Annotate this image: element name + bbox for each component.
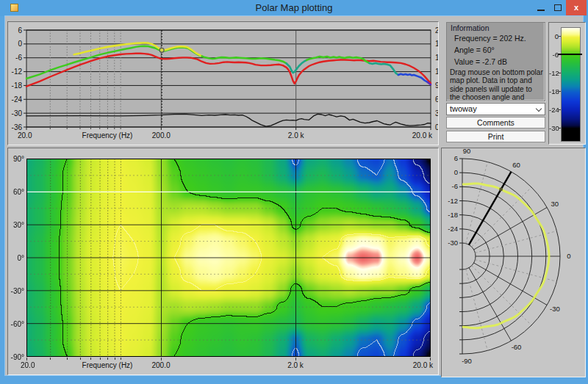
axis-tick xyxy=(559,36,561,37)
svg-text:-60: -60 xyxy=(512,343,522,351)
map-angle-tick-label: 0° xyxy=(8,254,24,262)
svg-text:90: 90 xyxy=(463,148,471,155)
frequency-response-chart: 60-6-12-18-24-30-3621181512963020.0200.0… xyxy=(8,22,438,145)
axis-tick xyxy=(430,358,431,361)
colorbar-tick-label: -24 xyxy=(549,106,559,114)
svg-text:0: 0 xyxy=(454,168,458,176)
axis-tick xyxy=(90,358,91,360)
svg-text:12: 12 xyxy=(435,68,438,76)
axis-tick xyxy=(100,358,101,360)
minimize-button[interactable] xyxy=(534,0,549,15)
colorbar-tick-label: 0 xyxy=(549,32,559,40)
svg-text:6: 6 xyxy=(18,26,22,35)
axis-tick xyxy=(559,73,561,73)
map-freq-tick-label: 2.0 k xyxy=(281,361,310,369)
polar-plot-chart: 60-6-12-18-24-309060300-30-60-90 xyxy=(442,148,585,377)
svg-text:-36: -36 xyxy=(12,123,23,131)
svg-text:15: 15 xyxy=(435,54,438,62)
svg-text:21: 21 xyxy=(435,26,438,35)
svg-text:-6: -6 xyxy=(15,54,22,62)
axis-tick xyxy=(115,358,115,360)
window-title: Polar Map plotting xyxy=(0,2,588,13)
svg-text:20.0: 20.0 xyxy=(18,131,32,140)
info-angle-readout: Angle = 60° xyxy=(454,46,495,54)
svg-text:3: 3 xyxy=(435,109,438,117)
polar-plot-panel: 60-6-12-18-24-309060300-30-60-90 xyxy=(441,148,586,377)
map-freq-tick-label: 20.0 k xyxy=(404,361,433,369)
axis-tick xyxy=(80,358,81,360)
axis-tick xyxy=(26,358,27,361)
svg-text:-18: -18 xyxy=(12,81,23,90)
svg-text:6: 6 xyxy=(435,95,438,104)
svg-text:18: 18 xyxy=(435,40,438,48)
colorbar-tick-label: -12 xyxy=(549,69,559,77)
info-value-readout: Value = -2.7 dB xyxy=(454,57,507,66)
minimize-icon xyxy=(537,10,545,11)
comments-button[interactable]: Comments xyxy=(446,117,545,128)
information-groupbox: Information Frequency = 202 Hz. Angle = … xyxy=(446,22,545,101)
info-frequency-readout: Frequency = 202 Hz. xyxy=(454,34,526,43)
map-angle-tick-label: -90° xyxy=(8,353,24,361)
svg-text:2.0 k: 2.0 k xyxy=(288,131,305,140)
color-scale-bar xyxy=(561,27,581,142)
svg-text:30: 30 xyxy=(551,200,559,208)
maximize-icon xyxy=(554,4,562,11)
axis-tick xyxy=(295,358,296,361)
svg-text:20.0 k: 20.0 k xyxy=(412,131,433,140)
map-angle-tick-label: 30° xyxy=(8,221,24,229)
colorbar-marker-line xyxy=(558,54,582,55)
svg-text:0: 0 xyxy=(567,252,570,260)
svg-text:6: 6 xyxy=(454,154,458,162)
svg-text:-30: -30 xyxy=(12,109,23,117)
preset-dropdown-value: twoway xyxy=(450,104,477,113)
client-area: 60-6-12-18-24-30-3621181512963020.0200.0… xyxy=(5,16,583,375)
map-angle-tick-label: -60° xyxy=(8,320,24,328)
polar-map-panel: 90°60°30°0°-30°-60°-90°20.0200.02.0 k20.… xyxy=(7,148,439,375)
svg-text:-24: -24 xyxy=(448,225,458,233)
svg-text:-6: -6 xyxy=(452,182,458,190)
colorbar-tick-label: -18 xyxy=(549,87,559,95)
svg-text:-90: -90 xyxy=(462,357,472,365)
svg-text:60: 60 xyxy=(512,161,520,169)
app-window: Polar Map plotting x 60-6-12-18-24-30-36… xyxy=(0,0,588,384)
print-button[interactable]: Print xyxy=(446,131,545,142)
svg-text:Frequency (Hz): Frequency (Hz) xyxy=(82,131,133,140)
axis-tick xyxy=(161,358,162,361)
titlebar[interactable]: Polar Map plotting x xyxy=(0,0,588,16)
chevron-down-icon xyxy=(536,106,542,112)
map-angle-tick-label: -30° xyxy=(8,287,24,295)
svg-text:-30: -30 xyxy=(550,305,560,313)
svg-text:-12: -12 xyxy=(12,68,23,76)
axis-tick xyxy=(107,358,108,360)
frequency-response-panel: 60-6-12-18-24-30-3621181512963020.0200.0… xyxy=(7,21,439,145)
polar-map-canvas[interactable] xyxy=(26,159,431,357)
map-angle-tick-label: 90° xyxy=(8,155,24,163)
map-freq-tick-label: 200.0 xyxy=(146,361,176,369)
svg-text:-18: -18 xyxy=(448,211,458,219)
color-scale-panel: 0-6-12-18-24-30 xyxy=(548,22,586,145)
svg-text:0: 0 xyxy=(435,123,438,131)
colorbar-tick-label: -30 xyxy=(549,124,559,132)
map-xaxis-title: Frequency (Hz) xyxy=(82,361,133,369)
close-icon: x xyxy=(574,3,578,12)
svg-text:0: 0 xyxy=(18,40,22,48)
map-angle-tick-label: 60° xyxy=(8,188,24,196)
svg-text:9: 9 xyxy=(435,81,438,90)
maximize-button[interactable] xyxy=(551,0,566,15)
axis-tick xyxy=(559,128,561,128)
svg-text:200.0: 200.0 xyxy=(152,131,171,140)
axis-tick xyxy=(50,358,51,360)
map-freq-tick-label: 20.0 xyxy=(21,361,50,369)
axis-tick xyxy=(559,91,561,92)
svg-text:-12: -12 xyxy=(448,197,458,205)
information-title: Information xyxy=(451,23,490,32)
axis-tick xyxy=(559,109,561,110)
axis-tick xyxy=(67,358,68,360)
svg-text:-30: -30 xyxy=(448,239,458,247)
preset-dropdown[interactable]: twoway xyxy=(446,103,545,115)
svg-text:-24: -24 xyxy=(12,95,23,104)
axis-tick xyxy=(121,358,121,360)
close-button[interactable]: x xyxy=(566,0,587,15)
